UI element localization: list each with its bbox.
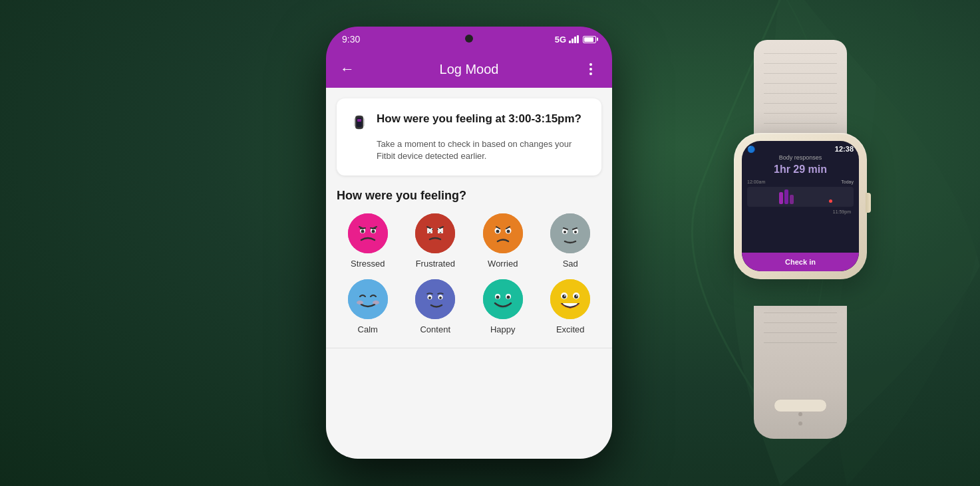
mood-emoji-happy: [483, 279, 523, 319]
watch-side-button: [866, 193, 871, 213]
more-button[interactable]: [580, 59, 601, 80]
battery-fill: [584, 37, 593, 42]
svg-point-48: [576, 295, 577, 297]
watch-today-label: Today: [841, 180, 854, 184]
svg-point-24: [550, 213, 590, 253]
bar2: [572, 39, 573, 43]
svg-point-31: [373, 301, 379, 304]
svg-point-46: [574, 295, 578, 299]
battery-icon: [583, 36, 596, 43]
svg-rect-4: [363, 118, 365, 126]
mood-grid: Stressed: [337, 213, 601, 334]
phone-device: 9:30 5G ← Log Mood: [326, 27, 612, 459]
mood-emoji-stressed: [348, 213, 388, 253]
svg-point-19: [483, 213, 523, 253]
svg-point-10: [415, 213, 455, 253]
svg-point-42: [550, 279, 590, 319]
watch-band-buckle: [774, 399, 827, 412]
mood-question: How were you feeling?: [337, 189, 601, 203]
mood-item-sad[interactable]: Sad: [540, 213, 602, 269]
watch-duration: 1hr 29 min: [742, 162, 859, 177]
back-button[interactable]: ←: [337, 59, 358, 80]
svg-point-45: [562, 295, 566, 299]
watch-screen: 🔵 12:38 Body responses 1hr 29 min 12:00a…: [742, 141, 859, 271]
mood-emoji-excited: [550, 279, 590, 319]
svg-point-27: [564, 231, 566, 233]
status-icons: 5G: [555, 35, 596, 45]
mood-label-sad: Sad: [563, 259, 578, 269]
watch-chart-bars: [747, 187, 854, 207]
svg-point-47: [564, 295, 566, 297]
watch-bar-1: [779, 192, 783, 204]
mood-item-happy[interactable]: Happy: [472, 279, 534, 334]
watch-chart-labels: 12:00am Today: [747, 180, 854, 184]
mood-emoji-worried: [483, 213, 523, 253]
watch-checkin-button[interactable]: Check in: [742, 253, 859, 271]
svg-point-35: [428, 297, 431, 299]
svg-point-29: [348, 279, 388, 319]
dot3: [589, 72, 592, 75]
bar4: [577, 35, 579, 43]
svg-point-37: [483, 279, 523, 319]
svg-rect-3: [354, 118, 355, 126]
mood-label-stressed: Stressed: [351, 259, 385, 269]
watch-time: 12:38: [835, 145, 854, 153]
checkin-card: How were you feeling at 3:00-3:15pm? Tak…: [337, 98, 601, 176]
watch-band-holes: [798, 412, 802, 425]
camera-cutout: [465, 35, 473, 43]
watch-case: 🔵 12:38 Body responses 1hr 29 min 12:00a…: [734, 133, 867, 279]
phone-shell: 9:30 5G ← Log Mood: [326, 27, 612, 459]
svg-point-23: [506, 230, 510, 233]
smartwatch-device: 🔵 12:38 Body responses 1hr 29 min 12:00a…: [661, 40, 940, 439]
mood-item-stressed[interactable]: Stressed: [337, 213, 399, 269]
watch-bar-2: [784, 189, 788, 204]
dot2: [589, 68, 592, 70]
bar1: [569, 41, 571, 43]
watch-end-time: 11:59pm: [747, 209, 854, 214]
mood-item-calm[interactable]: Calm: [337, 279, 399, 334]
mood-item-content[interactable]: Content: [405, 279, 467, 334]
mood-label-excited: Excited: [556, 324, 585, 334]
watch-top-bar: 🔵 12:38: [742, 141, 859, 154]
mood-item-worried[interactable]: Worried: [472, 213, 534, 269]
hole-2: [798, 422, 802, 425]
mood-label-happy: Happy: [490, 324, 516, 334]
mood-emoji-calm: [348, 279, 388, 319]
watch-fitbit-icon: 🔵: [747, 146, 755, 153]
svg-point-5: [348, 213, 388, 253]
mood-label-calm: Calm: [358, 324, 378, 334]
app-title: Log Mood: [369, 62, 570, 77]
watch-band-bottom: [754, 306, 847, 439]
mood-label-content: Content: [420, 324, 450, 334]
svg-point-8: [361, 230, 364, 233]
status-time: 9:30: [342, 34, 360, 45]
svg-point-9: [371, 230, 375, 233]
app-bar: ← Log Mood: [326, 51, 612, 88]
mood-emoji-sad: [550, 213, 590, 253]
svg-point-36: [439, 297, 442, 299]
watch-chart-area: 12:00am Today 11:59pm: [742, 177, 859, 253]
mood-emoji-frustrated: [415, 213, 455, 253]
svg-point-41: [506, 296, 510, 299]
dot1: [589, 63, 592, 66]
network-label: 5G: [555, 35, 566, 45]
mood-emoji-content: [415, 279, 455, 319]
svg-point-22: [496, 230, 499, 233]
watch-bar-3: [790, 195, 794, 204]
mood-item-excited[interactable]: Excited: [540, 279, 602, 334]
fitbit-watch-icon: [350, 113, 369, 132]
signal-bars: [569, 35, 579, 43]
svg-point-32: [415, 279, 455, 319]
watch-band-bottom-main: [754, 306, 847, 439]
watch-data-dot: [829, 199, 832, 203]
svg-point-28: [574, 231, 577, 233]
mood-item-frustrated[interactable]: Frustrated: [405, 213, 467, 269]
mood-label-worried: Worried: [488, 259, 518, 269]
bottom-divider: [326, 348, 612, 348]
watch-body: 🔵 12:38 Body responses 1hr 29 min 12:00a…: [661, 40, 940, 439]
status-bar: 9:30 5G: [326, 27, 612, 51]
svg-point-30: [357, 301, 363, 304]
hole-1: [798, 412, 802, 416]
card-header: How were you feeling at 3:00-3:15pm?: [350, 112, 588, 132]
mood-label-frustrated: Frustrated: [416, 259, 455, 269]
